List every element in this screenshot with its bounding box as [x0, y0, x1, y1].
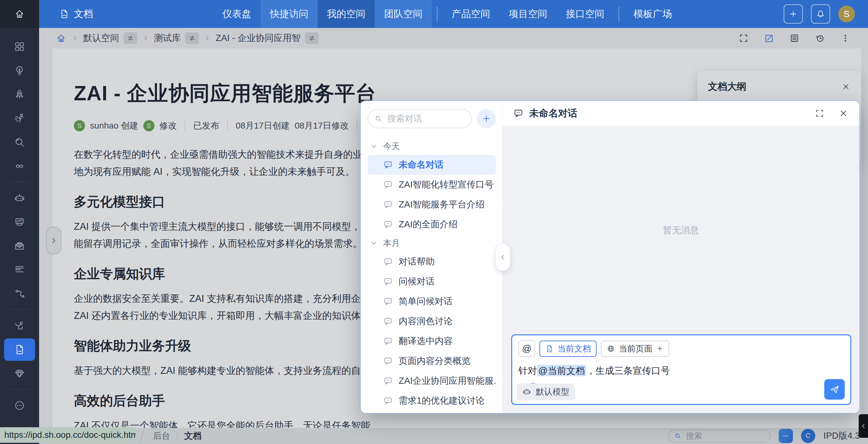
document-text-line: ZAI 不仅仅是一个智能体，它还是您全能的后台助手。无论是任务智能	[74, 417, 849, 428]
conversation-label: 翻译选中内容	[399, 335, 453, 348]
current-tab[interactable]: 文档	[184, 430, 202, 442]
sidebar-item-launch[interactable]	[4, 83, 35, 106]
edge-collapse-tab[interactable]	[859, 414, 868, 438]
breadcrumb-label[interactable]: ZAI - 企业协同应用智	[216, 32, 301, 45]
conversation-row[interactable]: 对话帮助	[368, 252, 496, 272]
composer-text: 针对	[518, 365, 537, 376]
conversation-row[interactable]: 简单问候对话	[368, 292, 496, 312]
nav-tab[interactable]: 产品空间	[442, 0, 499, 28]
outline-close-button[interactable]	[841, 82, 850, 91]
current-page-chip-label: 当前页面	[619, 343, 652, 354]
ai-chat-dialog: 今天 未命名对话 ZAI智能化转型宣传口号 ZAI智能服务平台介绍	[361, 101, 859, 413]
sidebar-item-requirements[interactable]	[4, 259, 35, 281]
infinity-icon	[14, 160, 25, 172]
nav-tab-label: 接口空间	[566, 7, 604, 21]
global-search[interactable]	[668, 430, 771, 442]
composer-input[interactable]: 针对@当前文档，生成三条宣传口号	[518, 364, 844, 377]
conversation-row[interactable]: 翻译选中内容	[368, 331, 496, 351]
home-nav-button[interactable]	[0, 0, 39, 28]
panel-expand-handle[interactable]	[46, 227, 61, 255]
conversation-row[interactable]: ZAI智能化转型宣传口号	[368, 175, 496, 195]
breadcrumb-label[interactable]: 测试库	[154, 32, 181, 45]
assistant-bubble-button[interactable]	[779, 429, 793, 443]
breadcrumb-home-icon[interactable]	[56, 33, 66, 43]
sidebar-item-presenter[interactable]	[4, 315, 35, 337]
user-avatar[interactable]: S	[838, 6, 855, 22]
nav-tab[interactable]: 仪表盘	[213, 0, 260, 28]
meta-divider	[227, 121, 228, 130]
conversation-search[interactable]	[368, 109, 472, 128]
conversation-row[interactable]: 本月	[368, 234, 496, 252]
text: 基于强大的大模型，ZAI 能够构建专业的智能体，支持业务流程的自定	[74, 365, 370, 376]
sidebar-item-mail[interactable]	[4, 235, 35, 257]
conversation-search-input[interactable]	[387, 113, 465, 124]
fullscreen-icon[interactable]	[738, 33, 749, 43]
model-selector[interactable]: 默认模型	[517, 383, 575, 400]
text: 多元化模型接口	[74, 195, 165, 209]
nav-tab-label: 项目空间	[509, 7, 547, 21]
sidebar-item-document[interactable]	[4, 338, 35, 361]
conversation-row[interactable]: 需求1的优化建议讨论	[368, 391, 496, 411]
breadcrumb-label[interactable]: 默认空间	[83, 32, 119, 45]
send-button[interactable]	[824, 379, 845, 399]
conversation-row[interactable]: 问候对话	[368, 272, 496, 292]
outline-icon[interactable]	[789, 33, 800, 43]
composer-text: ，生成三条宣传口号	[586, 365, 670, 376]
conversation-row[interactable]: 未命名对话	[368, 155, 496, 175]
conversation-row[interactable]: 今天	[368, 138, 496, 155]
sidebar-item-board[interactable]	[4, 211, 35, 233]
message-composer[interactable]: @ 当前文档 当前页面 针对@当前文档，生成三条宣传口号	[511, 334, 851, 405]
nav-tab[interactable]: 模板广场	[624, 0, 681, 28]
conversation-row[interactable]: ZAI的全面介绍	[368, 214, 496, 234]
chevron-right-icon	[71, 34, 79, 42]
conversation-row[interactable]: 内容润色讨论	[368, 312, 496, 331]
nav-tab[interactable]: 项目空间	[499, 0, 557, 28]
nav-tab[interactable]: 快捷访问	[260, 0, 318, 28]
presenter-person-icon	[14, 320, 25, 332]
fullscreen-icon[interactable]	[815, 108, 825, 118]
breadcrumb-switcher-button[interactable]	[185, 32, 199, 44]
conversation-row[interactable]: ZAI企业协同应用智能服...	[368, 371, 496, 391]
sidebar-item-sprint[interactable]	[4, 107, 35, 129]
text: ZAI 还内置各行业的专业知识库，开箱即用，大幅丰富企业的知识体系	[74, 310, 370, 321]
current-doc-chip[interactable]: 当前文档	[539, 341, 596, 357]
back-tab[interactable]: 后台	[153, 430, 170, 442]
nav-tab[interactable]: 我的空间	[318, 0, 375, 28]
sidebar-item-explore[interactable]	[4, 131, 35, 153]
conversation-pane-collapse-handle[interactable]	[495, 244, 510, 271]
sidebar-item-dashboard[interactable]	[4, 35, 35, 58]
nav-tab[interactable]: 接口空间	[557, 0, 614, 28]
sidebar-item-roadmap[interactable]	[4, 283, 35, 305]
meta-divider	[185, 121, 185, 130]
kebab-menu-icon[interactable]	[840, 33, 850, 43]
current-page-chip[interactable]: 当前页面	[601, 341, 669, 357]
chat-bubble-icon	[383, 200, 393, 210]
mention-button[interactable]: @	[518, 340, 535, 357]
new-conversation-button[interactable]	[477, 109, 496, 128]
history-icon[interactable]	[815, 33, 825, 43]
plus-icon	[788, 9, 798, 19]
sidebar-item-more[interactable]	[4, 394, 35, 417]
swap-icon	[188, 34, 196, 42]
breadcrumb-switcher-button[interactable]	[123, 32, 137, 44]
chat-bubble-icon	[383, 297, 393, 306]
edit-icon[interactable]	[764, 33, 774, 43]
create-button[interactable]	[784, 4, 803, 24]
conversation-row[interactable]: 页面内容分类概览	[368, 351, 496, 371]
text: ZAI 不仅仅是一个智能体，它还是您全能的后台助手。无论是任务智能	[74, 420, 370, 428]
gem-icon	[14, 367, 25, 379]
sidebar-item-ideas[interactable]	[4, 59, 35, 82]
chat-bubble-icon	[383, 316, 393, 326]
close-icon[interactable]	[838, 108, 849, 119]
conversation-row[interactable]: ZAI智能服务平台介绍	[368, 195, 496, 214]
sidebar-item-robot[interactable]	[4, 187, 35, 209]
sidebar-item-gem[interactable]	[4, 362, 35, 385]
notifications-button[interactable]	[811, 4, 830, 24]
search-icon	[675, 432, 682, 440]
paper-plane-icon	[829, 384, 840, 395]
sidebar-item-devops[interactable]	[4, 155, 35, 177]
nav-tab[interactable]: 团队空间	[375, 0, 432, 28]
global-search-input[interactable]	[685, 431, 765, 441]
chat-bubble-icon	[383, 356, 393, 366]
breadcrumb-switcher-button[interactable]	[305, 32, 319, 44]
